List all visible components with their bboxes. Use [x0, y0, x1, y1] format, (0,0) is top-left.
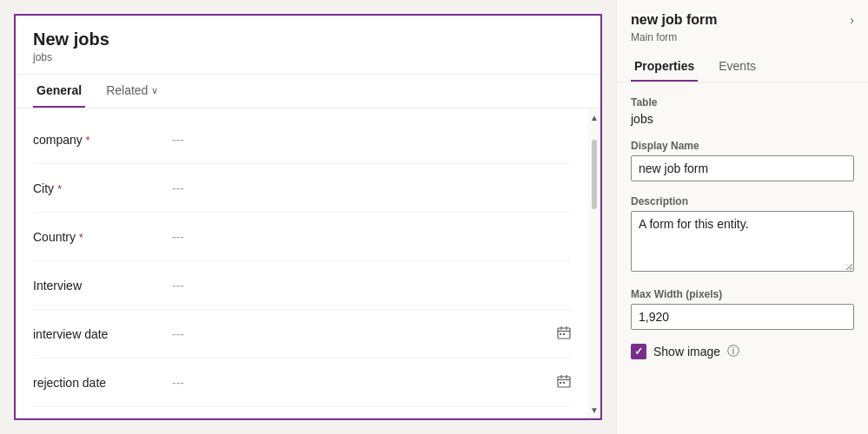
svg-rect-5 [563, 333, 565, 335]
form-tabs: General Related ∨ [16, 75, 600, 108]
field-row-rejection-date[interactable]: rejection date --- [33, 358, 571, 407]
panel-tabs: Properties Events [631, 52, 854, 82]
show-image-checkbox[interactable]: ✓ [631, 344, 646, 359]
scroll-up-button[interactable]: ▲ [589, 112, 600, 122]
left-panel: New jobs jobs General Related ∨ company*… [0, 0, 616, 434]
display-name-section: Display Name [631, 140, 854, 181]
svg-rect-4 [560, 333, 561, 335]
required-indicator: * [57, 183, 62, 195]
panel-body: Table jobs Display Name Description A fo… [617, 82, 868, 434]
tab-properties[interactable]: Properties [631, 52, 698, 82]
field-value-company: --- [172, 133, 571, 147]
field-row-city[interactable]: City* --- [33, 164, 571, 213]
right-panel: new job form › Main form Properties Even… [616, 0, 868, 434]
panel-subtitle: Main form [631, 31, 854, 43]
max-width-section: Max Width (pixels) [631, 288, 854, 330]
tab-events[interactable]: Events [715, 52, 759, 82]
field-label-country: Country* [33, 230, 172, 244]
field-label-city: City* [33, 181, 172, 195]
field-value-country: --- [172, 230, 571, 244]
form-container: New jobs jobs General Related ∨ company*… [14, 14, 602, 420]
field-row-interview[interactable]: Interview --- [33, 261, 571, 310]
panel-header: new job form › Main form Properties Even… [617, 0, 868, 82]
field-label-interview-date: interview date [33, 327, 172, 341]
info-icon[interactable]: ⓘ [727, 344, 739, 359]
calendar-icon [557, 326, 571, 343]
description-section: Description A form for this entity. [631, 195, 854, 274]
form-subtitle: jobs [33, 51, 583, 63]
table-label: Table [631, 96, 854, 108]
required-indicator: * [79, 232, 83, 244]
field-value-interview: --- [172, 279, 571, 293]
form-header: New jobs jobs [16, 16, 600, 75]
field-value-interview-date: --- [172, 327, 557, 341]
max-width-input[interactable] [631, 304, 854, 330]
field-label-company: company* [33, 133, 172, 147]
description-textarea[interactable]: A form for this entity. [631, 211, 854, 272]
tab-general[interactable]: General [33, 75, 85, 108]
scroll-thumb-inner [592, 140, 597, 209]
show-image-row: ✓ Show image ⓘ [631, 344, 854, 359]
field-row-country[interactable]: Country* --- [33, 213, 571, 261]
scroll-down-button[interactable]: ▼ [589, 404, 600, 415]
display-name-input[interactable] [631, 155, 854, 181]
field-label-interview: Interview [33, 279, 172, 293]
calendar-icon-2 [557, 374, 571, 391]
form-fields: company* --- City* --- Country* --- [16, 108, 588, 418]
table-section: Table jobs [631, 96, 854, 126]
field-label-rejection-date: rejection date [33, 376, 172, 390]
field-row-company[interactable]: company* --- [33, 115, 571, 164]
max-width-label: Max Width (pixels) [631, 288, 854, 300]
description-label: Description [631, 195, 854, 207]
field-value-rejection-date: --- [172, 376, 557, 390]
check-icon: ✓ [634, 345, 643, 358]
field-row-interview-date[interactable]: interview date --- [33, 310, 571, 358]
svg-rect-10 [560, 382, 561, 384]
form-title: New jobs [33, 30, 583, 49]
scroll-area: ▲ ▼ [588, 108, 600, 418]
display-name-label: Display Name [631, 140, 854, 152]
svg-rect-11 [563, 382, 565, 384]
table-value: jobs [631, 112, 854, 126]
form-body: company* --- City* --- Country* --- [16, 108, 600, 418]
tab-related[interactable]: Related ∨ [103, 75, 162, 108]
panel-title-row: new job form › [631, 12, 854, 28]
chevron-down-icon: ∨ [151, 85, 158, 96]
panel-title: new job form [631, 12, 718, 28]
field-value-city: --- [172, 181, 571, 195]
required-indicator: * [86, 135, 90, 147]
panel-chevron-right-icon[interactable]: › [850, 13, 854, 27]
show-image-label: Show image [653, 345, 720, 358]
scroll-thumb [592, 122, 597, 404]
